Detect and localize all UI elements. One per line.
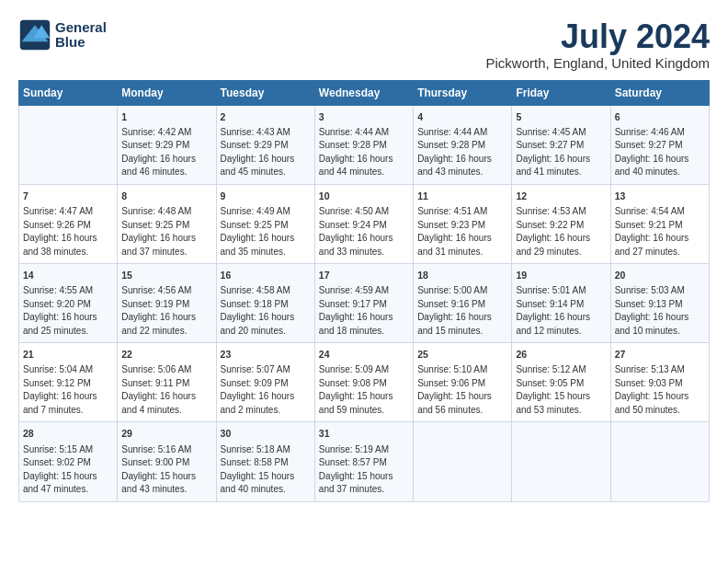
- cell-info: Sunrise: 5:07 AMSunset: 9:09 PMDaylight:…: [221, 363, 311, 417]
- cell-info: Sunrise: 4:59 AMSunset: 9:17 PMDaylight:…: [319, 284, 409, 338]
- day-number: 2: [221, 110, 311, 124]
- day-number: 5: [516, 110, 606, 124]
- calendar-cell: 31Sunrise: 5:19 AMSunset: 8:57 PMDayligh…: [314, 422, 413, 501]
- cell-info: Sunrise: 5:00 AMSunset: 9:16 PMDaylight:…: [417, 284, 507, 338]
- calendar-cell: 6Sunrise: 4:46 AMSunset: 9:27 PMDaylight…: [610, 105, 709, 184]
- logo-line1: General: [55, 20, 107, 36]
- weekday-header: Monday: [118, 80, 216, 105]
- day-number: 20: [615, 269, 705, 282]
- calendar-body: 1Sunrise: 4:42 AMSunset: 9:29 PMDaylight…: [19, 105, 710, 501]
- cell-info: Sunrise: 5:15 AMSunset: 9:02 PMDaylight:…: [23, 443, 113, 497]
- day-number: 3: [319, 110, 409, 124]
- calendar-cell: 20Sunrise: 5:03 AMSunset: 9:13 PMDayligh…: [610, 264, 709, 343]
- cell-info: Sunrise: 5:01 AMSunset: 9:14 PMDaylight:…: [516, 284, 606, 338]
- header-row: SundayMondayTuesdayWednesdayThursdayFrid…: [19, 80, 710, 105]
- cell-info: Sunrise: 4:43 AMSunset: 9:29 PMDaylight:…: [221, 126, 311, 179]
- day-number: 28: [23, 427, 113, 441]
- cell-info: Sunrise: 4:58 AMSunset: 9:18 PMDaylight:…: [221, 284, 311, 338]
- calendar-cell: 4Sunrise: 4:44 AMSunset: 9:28 PMDaylight…: [414, 105, 512, 184]
- day-number: 10: [319, 190, 409, 203]
- cell-info: Sunrise: 4:54 AMSunset: 9:21 PMDaylight:…: [615, 205, 705, 259]
- logo-line2: Blue: [55, 35, 107, 51]
- calendar-cell: 9Sunrise: 4:49 AMSunset: 9:25 PMDaylight…: [216, 184, 314, 263]
- day-number: 6: [615, 110, 705, 124]
- day-number: 30: [221, 427, 311, 441]
- cell-info: Sunrise: 4:47 AMSunset: 9:26 PMDaylight:…: [23, 205, 113, 259]
- day-number: 11: [417, 190, 507, 203]
- cell-info: Sunrise: 4:55 AMSunset: 9:20 PMDaylight:…: [23, 284, 113, 338]
- calendar-header: SundayMondayTuesdayWednesdayThursdayFrid…: [19, 80, 710, 105]
- calendar-cell: 11Sunrise: 4:51 AMSunset: 9:23 PMDayligh…: [414, 184, 512, 263]
- day-number: 27: [615, 348, 705, 362]
- cell-info: Sunrise: 4:45 AMSunset: 9:27 PMDaylight:…: [516, 126, 606, 179]
- cell-info: Sunrise: 5:09 AMSunset: 9:08 PMDaylight:…: [319, 363, 409, 417]
- cell-info: Sunrise: 5:04 AMSunset: 9:12 PMDaylight:…: [23, 363, 113, 417]
- cell-info: Sunrise: 4:50 AMSunset: 9:24 PMDaylight:…: [319, 205, 409, 259]
- weekday-header: Thursday: [414, 80, 512, 105]
- cell-info: Sunrise: 4:42 AMSunset: 9:29 PMDaylight:…: [121, 126, 211, 179]
- calendar-week-row: 28Sunrise: 5:15 AMSunset: 9:02 PMDayligh…: [19, 422, 710, 501]
- calendar-cell: 24Sunrise: 5:09 AMSunset: 9:08 PMDayligh…: [314, 343, 413, 422]
- calendar-cell: 23Sunrise: 5:07 AMSunset: 9:09 PMDayligh…: [216, 343, 314, 422]
- weekday-header: Tuesday: [216, 80, 314, 105]
- calendar-cell: 27Sunrise: 5:13 AMSunset: 9:03 PMDayligh…: [610, 343, 709, 422]
- calendar-cell: [414, 422, 512, 501]
- cell-info: Sunrise: 4:44 AMSunset: 9:28 PMDaylight:…: [417, 126, 507, 179]
- calendar-cell: 13Sunrise: 4:54 AMSunset: 9:21 PMDayligh…: [610, 184, 709, 263]
- weekday-header: Saturday: [610, 80, 709, 105]
- day-number: 29: [121, 427, 211, 441]
- calendar-cell: 16Sunrise: 4:58 AMSunset: 9:18 PMDayligh…: [216, 264, 314, 343]
- cell-info: Sunrise: 4:56 AMSunset: 9:19 PMDaylight:…: [121, 284, 211, 338]
- calendar-cell: 8Sunrise: 4:48 AMSunset: 9:25 PMDaylight…: [118, 184, 216, 263]
- day-number: 15: [121, 269, 211, 282]
- day-number: 4: [417, 110, 507, 124]
- calendar-cell: 28Sunrise: 5:15 AMSunset: 9:02 PMDayligh…: [19, 422, 118, 501]
- calendar-cell: 12Sunrise: 4:53 AMSunset: 9:22 PMDayligh…: [512, 184, 610, 263]
- calendar-week-row: 7Sunrise: 4:47 AMSunset: 9:26 PMDaylight…: [19, 184, 710, 263]
- calendar-table: SundayMondayTuesdayWednesdayThursdayFrid…: [18, 80, 710, 502]
- cell-info: Sunrise: 5:10 AMSunset: 9:06 PMDaylight:…: [417, 363, 507, 417]
- cell-info: Sunrise: 5:18 AMSunset: 8:58 PMDaylight:…: [221, 443, 311, 497]
- day-number: 21: [23, 348, 113, 362]
- calendar-cell: 25Sunrise: 5:10 AMSunset: 9:06 PMDayligh…: [414, 343, 512, 422]
- day-number: 19: [516, 269, 606, 282]
- calendar-cell: [19, 105, 118, 184]
- weekday-header: Friday: [512, 80, 610, 105]
- weekday-header: Sunday: [19, 80, 118, 105]
- calendar-week-row: 14Sunrise: 4:55 AMSunset: 9:20 PMDayligh…: [19, 264, 710, 343]
- subtitle: Pickworth, England, United Kingdom: [486, 55, 710, 71]
- day-number: 12: [516, 190, 606, 203]
- calendar-cell: [610, 422, 709, 501]
- calendar-week-row: 1Sunrise: 4:42 AMSunset: 9:29 PMDaylight…: [19, 105, 710, 184]
- calendar-cell: 5Sunrise: 4:45 AMSunset: 9:27 PMDaylight…: [512, 105, 610, 184]
- cell-info: Sunrise: 4:48 AMSunset: 9:25 PMDaylight:…: [121, 205, 211, 259]
- calendar-week-row: 21Sunrise: 5:04 AMSunset: 9:12 PMDayligh…: [19, 343, 710, 422]
- day-number: 26: [516, 348, 606, 362]
- calendar-cell: 15Sunrise: 4:56 AMSunset: 9:19 PMDayligh…: [118, 264, 216, 343]
- cell-info: Sunrise: 4:51 AMSunset: 9:23 PMDaylight:…: [417, 205, 507, 259]
- header: General Blue July 2024 Pickworth, Englan…: [18, 18, 710, 71]
- cell-info: Sunrise: 5:12 AMSunset: 9:05 PMDaylight:…: [516, 363, 606, 417]
- day-number: 14: [23, 269, 113, 282]
- day-number: 23: [221, 348, 311, 362]
- logo: General Blue: [18, 18, 107, 52]
- calendar-cell: 1Sunrise: 4:42 AMSunset: 9:29 PMDaylight…: [118, 105, 216, 184]
- cell-info: Sunrise: 4:44 AMSunset: 9:28 PMDaylight:…: [319, 126, 409, 179]
- cell-info: Sunrise: 5:06 AMSunset: 9:11 PMDaylight:…: [121, 363, 211, 417]
- day-number: 16: [221, 269, 311, 282]
- day-number: 1: [121, 110, 211, 124]
- day-number: 22: [121, 348, 211, 362]
- calendar-cell: 10Sunrise: 4:50 AMSunset: 9:24 PMDayligh…: [314, 184, 413, 263]
- cell-info: Sunrise: 4:53 AMSunset: 9:22 PMDaylight:…: [516, 205, 606, 259]
- cell-info: Sunrise: 5:16 AMSunset: 9:00 PMDaylight:…: [121, 443, 211, 497]
- cell-info: Sunrise: 5:13 AMSunset: 9:03 PMDaylight:…: [615, 363, 705, 417]
- calendar-cell: [512, 422, 610, 501]
- logo-text: General Blue: [55, 20, 107, 51]
- calendar-cell: 2Sunrise: 4:43 AMSunset: 9:29 PMDaylight…: [216, 105, 314, 184]
- cell-info: Sunrise: 5:19 AMSunset: 8:57 PMDaylight:…: [319, 443, 409, 497]
- day-number: 18: [417, 269, 507, 282]
- calendar-cell: 26Sunrise: 5:12 AMSunset: 9:05 PMDayligh…: [512, 343, 610, 422]
- day-number: 7: [23, 190, 113, 203]
- day-number: 24: [319, 348, 409, 362]
- calendar-cell: 21Sunrise: 5:04 AMSunset: 9:12 PMDayligh…: [19, 343, 118, 422]
